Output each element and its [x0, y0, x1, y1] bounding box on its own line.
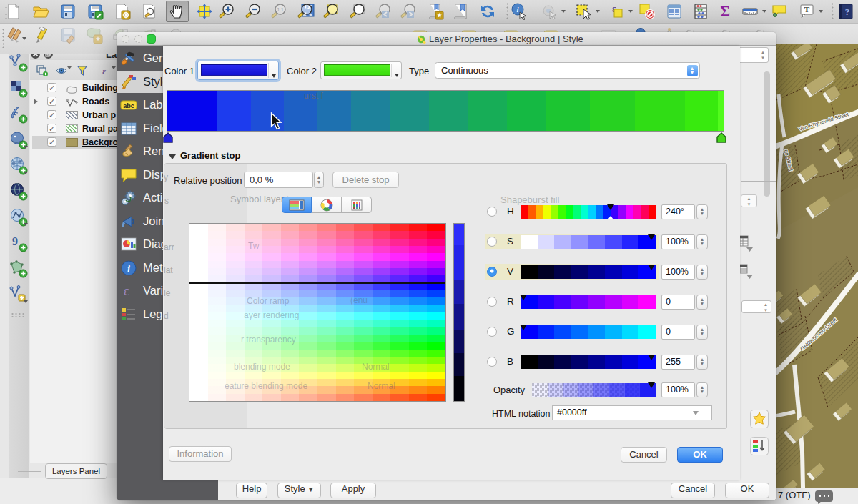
- slider-marker[interactable]: [648, 265, 655, 270]
- dialog-cancel-button[interactable]: Cancel: [671, 483, 715, 498]
- type-combobox[interactable]: Continuous ▲▼: [435, 62, 700, 79]
- add-group-icon[interactable]: [36, 64, 49, 76]
- layer-row-building[interactable]: ✓Building: [32, 81, 117, 95]
- add-wfs-layer-dropdown-icon[interactable]: [24, 223, 28, 226]
- manage-themes-dropdown-icon[interactable]: [67, 66, 72, 69]
- new-print-composer-icon[interactable]: [111, 1, 134, 22]
- save-project-icon[interactable]: [56, 1, 79, 22]
- composer-manager-icon[interactable]: [138, 1, 161, 22]
- data-defined-button-1[interactable]: [739, 235, 755, 255]
- measure-line-dropdown-icon[interactable]: [762, 10, 766, 13]
- slider-b[interactable]: [521, 355, 656, 369]
- slider-value-g[interactable]: 0: [661, 325, 695, 340]
- slider-marker[interactable]: [648, 234, 655, 240]
- select-features-dropdown-icon[interactable]: [596, 10, 600, 13]
- slider-stepper[interactable]: ▲▼: [696, 234, 708, 249]
- picker-tab-color-wheel[interactable]: [312, 197, 342, 213]
- ramp-ok-button[interactable]: OK: [677, 447, 723, 463]
- slider-stepper[interactable]: ▲▼: [696, 325, 708, 340]
- picker-tab-color-box[interactable]: [282, 197, 312, 213]
- pan-map-icon[interactable]: [166, 1, 189, 22]
- measure-line-icon[interactable]: [739, 1, 761, 22]
- layer-row-ruralpa[interactable]: ✓Rural pa: [32, 122, 117, 136]
- current-edits-dropdown-icon[interactable]: [22, 37, 26, 40]
- pan-to-selection-icon[interactable]: [193, 1, 216, 22]
- slider-marker[interactable]: [607, 204, 614, 210]
- slider-marker[interactable]: [648, 382, 655, 388]
- radio-r[interactable]: [487, 297, 497, 307]
- slider-stepper[interactable]: ▲▼: [696, 295, 708, 310]
- open-project-icon[interactable]: [29, 1, 52, 22]
- slider-marker[interactable]: [520, 325, 527, 330]
- slider-r[interactable]: [521, 295, 656, 309]
- sort-button[interactable]: [750, 437, 769, 458]
- slider-stepper[interactable]: ▲▼: [696, 265, 708, 280]
- slider-stepper[interactable]: ▲▼: [696, 382, 708, 397]
- relative-position-stepper[interactable]: ▲▼: [314, 172, 324, 188]
- unit-combo-partial[interactable]: ▲▼: [737, 47, 769, 63]
- messages-button[interactable]: [815, 490, 833, 502]
- layer-row-backgro[interactable]: ✓Backgro: [32, 136, 117, 149]
- select-features-icon[interactable]: [572, 1, 595, 22]
- zoom-to-layer-icon[interactable]: [347, 1, 370, 22]
- show-statistics-icon[interactable]: Σ: [714, 1, 736, 22]
- zoom-last-icon[interactable]: [373, 1, 395, 22]
- save-layer-edits-icon[interactable]: [57, 25, 80, 46]
- current-edits-icon[interactable]: [4, 25, 27, 46]
- dialog-scrollbar[interactable]: [764, 71, 770, 197]
- layer-checkbox[interactable]: ✓: [47, 110, 56, 119]
- refresh-map-icon[interactable]: [476, 1, 499, 22]
- add-raster-layer-icon[interactable]: [9, 79, 29, 99]
- layer-row-roads[interactable]: ✓Roads: [32, 95, 117, 109]
- new-project-icon[interactable]: [2, 1, 25, 22]
- save-project-as-icon[interactable]: [84, 1, 107, 22]
- radio-s[interactable]: [487, 237, 497, 247]
- zoom-next-icon[interactable]: [398, 1, 420, 22]
- zoom-out-icon[interactable]: [242, 1, 265, 22]
- zoom-native-icon[interactable]: 1:1: [268, 1, 291, 22]
- text-annotation-icon[interactable]: T: [795, 1, 818, 22]
- open-attribute-table-icon[interactable]: [663, 1, 686, 22]
- apply-button[interactable]: Apply: [330, 483, 376, 498]
- map-tips-icon[interactable]: [768, 1, 791, 22]
- help-button[interactable]: Help: [236, 483, 267, 498]
- layer-checkbox[interactable]: ✓: [47, 97, 56, 106]
- slider-marker[interactable]: [520, 295, 527, 300]
- add-wcs-layer-icon[interactable]: [9, 182, 29, 202]
- radio-v[interactable]: [487, 267, 497, 277]
- field-calculator-icon[interactable]: [689, 1, 712, 22]
- new-bookmark-icon[interactable]: [425, 1, 448, 22]
- color2-button[interactable]: [320, 61, 402, 79]
- dialog-titlebar[interactable]: Layer Properties - Background | Style: [117, 32, 776, 46]
- style-menu-button[interactable]: Style ▼: [277, 483, 321, 498]
- layer-checkbox[interactable]: ✓: [47, 83, 56, 92]
- html-notation-input[interactable]: #0000ff: [552, 405, 712, 420]
- delete-stop-button[interactable]: Delete stop: [332, 172, 399, 188]
- color2-dropdown-icon[interactable]: [395, 74, 399, 77]
- slider-opacity[interactable]: [532, 383, 656, 397]
- radio-h[interactable]: [487, 207, 497, 217]
- slider-marker[interactable]: [648, 355, 655, 360]
- slider-value-h[interactable]: 240°: [661, 204, 695, 219]
- add-wms-layer-dropdown-icon[interactable]: [24, 172, 28, 174]
- information-button[interactable]: Information: [169, 446, 232, 462]
- layers-panel-tab[interactable]: Layers Panel: [45, 463, 107, 479]
- slider-stepper[interactable]: ▲▼: [696, 204, 708, 219]
- radio-g[interactable]: [487, 327, 497, 337]
- picker-tab-color-swatches[interactable]: [342, 197, 372, 213]
- dialog-ok-button[interactable]: OK: [725, 483, 769, 498]
- add-vector-layer-icon[interactable]: [9, 53, 29, 73]
- color1-button[interactable]: [197, 61, 279, 80]
- value-slider-bar[interactable]: [453, 223, 465, 402]
- filter-legend-icon[interactable]: [76, 64, 89, 76]
- zoom-to-selection-icon[interactable]: [320, 1, 343, 22]
- slider-value-v[interactable]: 100%: [661, 265, 695, 280]
- spin-box-partial-2[interactable]: ▲▼: [741, 300, 771, 313]
- expand-arrow-icon[interactable]: [34, 99, 38, 104]
- radio-b[interactable]: [487, 357, 497, 367]
- map-canvas[interactable]: Van Rhyneveld Street go Street Gelderblo…: [776, 44, 858, 488]
- deselect-features-icon[interactable]: [636, 1, 659, 22]
- new-virtual-layer-dropdown-icon[interactable]: [24, 300, 28, 303]
- window-close-button[interactable]: [122, 35, 129, 43]
- toggle-editing-icon[interactable]: [31, 25, 54, 46]
